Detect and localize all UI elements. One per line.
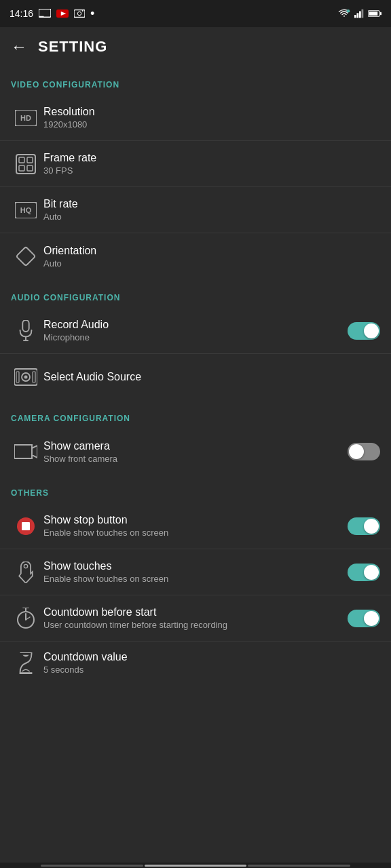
svg-rect-25 [22, 320, 29, 332]
youtube-icon [56, 9, 69, 18]
show-touches-subtitle: Enable show touches on screen [43, 574, 342, 584]
countdown-before-start-toggle[interactable] [348, 610, 380, 627]
section-header-audio: AUDIO CONFIGURATION [0, 279, 391, 308]
svg-rect-11 [362, 9, 364, 18]
frame-rate-text: Frame rate 30 FPS [41, 152, 380, 176]
scrollbar [0, 863, 391, 868]
countdown-value-subtitle: 5 seconds [43, 665, 380, 675]
setting-item-show-stop-button[interactable]: Show stop button Enable show touches on … [0, 503, 391, 549]
setting-item-countdown-before-start[interactable]: Countdown before start User countdown ti… [0, 595, 391, 642]
status-bar-left: 14:16 • [10, 7, 94, 21]
setting-item-show-touches[interactable]: Show touches Enable show touches on scre… [0, 549, 391, 595]
section-header-video: VIDEO CONFIGURATION [0, 66, 391, 95]
svg-rect-10 [359, 12, 361, 18]
countdown-before-start-title: Countdown before start [43, 606, 342, 618]
show-touches-text: Show touches Enable show touches on scre… [41, 560, 342, 584]
svg-marker-33 [14, 445, 32, 458]
show-stop-button-toggle-container [348, 517, 380, 535]
show-stop-button-subtitle: Enable show touches on screen [43, 528, 342, 538]
countdown-before-start-subtitle: User countdown timer before starting rec… [43, 620, 342, 630]
svg-point-30 [24, 376, 28, 379]
status-bar-right [338, 9, 381, 18]
bit-rate-icon: HQ [11, 202, 41, 218]
show-camera-toggle[interactable] [348, 443, 380, 460]
setting-item-record-audio[interactable]: Record Audio Microphone [0, 308, 391, 354]
svg-rect-18 [19, 157, 24, 163]
svg-rect-21 [27, 165, 33, 171]
svg-marker-34 [32, 446, 37, 458]
show-touches-title: Show touches [43, 560, 342, 572]
record-audio-subtitle: Microphone [43, 332, 342, 342]
setting-item-orientation[interactable]: Orientation Auto [0, 233, 391, 279]
svg-rect-24 [16, 247, 35, 266]
setting-item-bit-rate[interactable]: HQ Bit rate Auto [0, 187, 391, 233]
countdown-value-title: Countdown value [43, 651, 380, 663]
frame-rate-icon [11, 153, 41, 175]
countdown-before-start-toggle-container [348, 610, 380, 627]
orientation-text: Orientation Auto [41, 245, 380, 269]
frame-rate-subtitle: 30 FPS [43, 165, 380, 176]
status-time: 14:16 [10, 8, 33, 19]
setting-item-resolution[interactable]: HD Resolution 1920x1080 [0, 95, 391, 141]
svg-rect-19 [27, 157, 33, 163]
show-touches-toggle[interactable] [348, 564, 380, 581]
record-audio-toggle-container [348, 322, 380, 340]
wifi-icon [338, 9, 350, 18]
svg-point-6 [82, 10, 83, 12]
resolution-subtitle: 1920x1080 [43, 119, 380, 130]
show-camera-toggle-knob [349, 444, 364, 459]
resolution-title: Resolution [43, 106, 380, 118]
show-touches-toggle-knob [364, 565, 379, 580]
svg-rect-31 [16, 372, 19, 382]
svg-rect-20 [19, 165, 24, 171]
screen-cast-icon [39, 9, 51, 18]
photo-icon [74, 9, 85, 18]
record-audio-text: Record Audio Microphone [41, 319, 342, 342]
svg-rect-9 [357, 13, 359, 18]
scrollbar-tab-3 [248, 865, 350, 867]
orientation-subtitle: Auto [43, 258, 380, 269]
svg-rect-36 [22, 522, 30, 530]
app-bar: ← SETTING [0, 27, 391, 66]
svg-rect-32 [33, 372, 35, 382]
timer-icon [11, 608, 41, 629]
orientation-icon [11, 246, 41, 267]
svg-rect-8 [354, 15, 356, 18]
setting-item-show-camera[interactable]: Show camera Show front camera [0, 429, 391, 475]
countdown-before-start-toggle-knob [364, 611, 379, 626]
section-audio-config: AUDIO CONFIGURATION Record Audio Microph… [0, 279, 391, 400]
status-bar: 14:16 • [0, 0, 391, 27]
show-camera-title: Show camera [43, 440, 342, 452]
setting-item-select-audio-source[interactable]: Select Audio Source [0, 354, 391, 400]
camera-icon [11, 443, 41, 460]
show-stop-button-title: Show stop button [43, 514, 342, 526]
select-audio-source-title: Select Audio Source [43, 371, 380, 383]
svg-rect-1 [39, 16, 44, 18]
bit-rate-title: Bit rate [43, 198, 380, 210]
setting-item-countdown-value[interactable]: Countdown value 5 seconds [0, 642, 391, 702]
svg-rect-0 [39, 9, 51, 17]
show-stop-button-toggle[interactable] [348, 517, 380, 535]
record-audio-toggle-knob [364, 323, 379, 338]
hd-icon-resolution: HD [11, 110, 41, 126]
signal-icon [354, 9, 364, 18]
show-camera-subtitle: Show front camera [43, 454, 342, 464]
audio-source-icon [11, 368, 41, 387]
stop-icon [11, 517, 41, 536]
bit-rate-text: Bit rate Auto [41, 198, 380, 222]
setting-item-frame-rate[interactable]: Frame rate 30 FPS [0, 141, 391, 187]
page-title: SETTING [38, 38, 107, 56]
svg-rect-13 [380, 12, 381, 15]
show-camera-toggle-container [348, 443, 380, 460]
svg-point-37 [24, 564, 27, 568]
dot-icon: • [90, 7, 94, 21]
show-stop-button-toggle-knob [364, 519, 379, 534]
scrollbar-tab-2 [145, 865, 247, 867]
mic-icon [11, 320, 41, 342]
record-audio-toggle[interactable] [348, 322, 380, 340]
bit-rate-subtitle: Auto [43, 212, 380, 222]
scrollbar-tab-1 [41, 865, 143, 867]
svg-point-5 [77, 12, 81, 15]
back-button[interactable]: ← [11, 37, 27, 56]
section-others: OTHERS Show stop button Enable show touc… [0, 475, 391, 702]
